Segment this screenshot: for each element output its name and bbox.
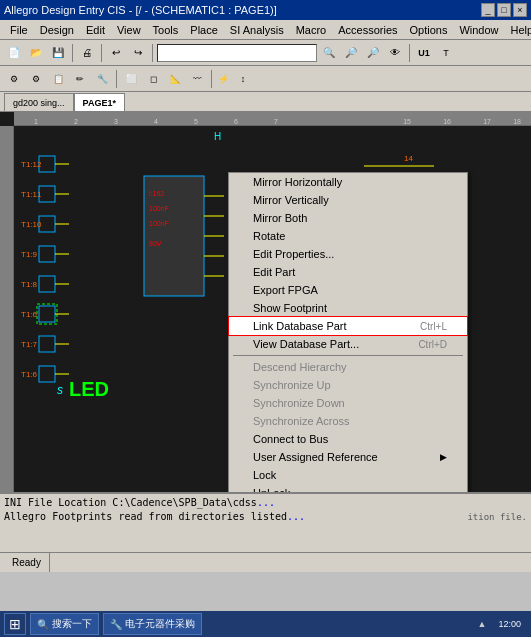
svg-text:H: H <box>214 131 221 142</box>
bottom-panel: INI File Location C:\Cadence\SPB_Data\cd… <box>0 492 531 552</box>
tool-1[interactable]: U1 <box>414 43 434 63</box>
tb2-btn9[interactable]: 〰 <box>187 69 207 89</box>
title-bar-buttons: _ □ × <box>481 3 527 17</box>
view-button[interactable]: 👁 <box>385 43 405 63</box>
bottom-line-2: Allegro Footprints read from directories… <box>4 510 527 524</box>
ctx-unlock[interactable]: UnLock <box>229 484 467 492</box>
tb2-btn7[interactable]: ◻ <box>143 69 163 89</box>
menu-macro[interactable]: Macro <box>290 22 333 38</box>
tb2-btn10[interactable]: ↕ <box>233 69 253 89</box>
tab-page1[interactable]: PAGE1* <box>74 93 125 111</box>
tb2-btn5[interactable]: 🔧 <box>92 69 112 89</box>
svg-text:T1:12: T1:12 <box>21 160 42 169</box>
footprint-link[interactable]: ... <box>287 511 305 522</box>
open-button[interactable]: 📂 <box>26 43 46 63</box>
svg-text:T1:10: T1:10 <box>21 220 42 229</box>
tool-2[interactable]: T <box>436 43 456 63</box>
maximize-button[interactable]: □ <box>497 3 511 17</box>
svg-text:100nF: 100nF <box>149 220 169 227</box>
menu-accessories[interactable]: Accessories <box>332 22 403 38</box>
ctx-link-database[interactable]: Link Database Part Ctrl+L <box>229 317 467 335</box>
search-input[interactable] <box>157 44 317 62</box>
menu-options[interactable]: Options <box>404 22 454 38</box>
menu-si-analysis[interactable]: SI Analysis <box>224 22 290 38</box>
svg-text:T1:11: T1:11 <box>21 190 42 199</box>
tb2-btn6[interactable]: ⬜ <box>121 69 141 89</box>
ctx-view-database[interactable]: View Database Part... Ctrl+D <box>229 335 467 353</box>
app-icon: 🔧 <box>110 619 122 630</box>
svg-text:T1:6: T1:6 <box>21 370 38 379</box>
toolbar-2: ⚙ ⚙ 📋 ✏ 🔧 ⬜ ◻ 📐 〰 ⚡ ↕ <box>0 66 531 92</box>
menu-window[interactable]: Window <box>453 22 504 38</box>
ctx-mirror-both[interactable]: Mirror Both <box>229 209 467 227</box>
taskbar-search[interactable]: 🔍 搜索一下 <box>30 613 99 635</box>
status-ready: Ready <box>4 553 50 572</box>
title-bar: Allegro Design Entry CIS - [/ - (SCHEMAT… <box>0 0 531 20</box>
bottom-line-1: INI File Location C:\Cadence\SPB_Data\cd… <box>4 496 527 510</box>
menu-edit[interactable]: Edit <box>80 22 111 38</box>
ctx-user-ref[interactable]: User Assigned Reference ▶ <box>229 448 467 466</box>
taskbar-tray[interactable]: ▲ <box>474 613 491 635</box>
taskbar-right: ▲ 12:00 <box>474 613 527 635</box>
separator-3 <box>152 44 153 62</box>
menu-design[interactable]: Design <box>34 22 80 38</box>
svg-text:80V: 80V <box>149 240 162 247</box>
ruler-vertical <box>0 126 14 492</box>
new-button[interactable]: 📄 <box>4 43 24 63</box>
print-button[interactable]: 🖨 <box>77 43 97 63</box>
svg-text:T1:9: T1:9 <box>21 250 38 259</box>
undo-button[interactable]: ↩ <box>106 43 126 63</box>
redo-button[interactable]: ↪ <box>128 43 148 63</box>
menu-place[interactable]: Place <box>184 22 224 38</box>
tb2-btn2[interactable]: ⚙ <box>26 69 46 89</box>
svg-text:l:162: l:162 <box>149 190 164 197</box>
svg-text:T1:7: T1:7 <box>21 340 38 349</box>
ctx-show-footprint[interactable]: Show Footprint <box>229 299 467 317</box>
start-button[interactable]: ⊞ <box>4 613 26 635</box>
ctx-sync-down: Synchronize Down <box>229 394 467 412</box>
ctx-edit-part[interactable]: Edit Part <box>229 263 467 281</box>
separator-4 <box>409 44 410 62</box>
ctx-export-fpga[interactable]: Export FPGA <box>229 281 467 299</box>
ctx-rotate[interactable]: Rotate <box>229 227 467 245</box>
minimize-button[interactable]: _ <box>481 3 495 17</box>
taskbar-clock: 12:00 <box>492 613 527 635</box>
taskbar: ⊞ 🔍 搜索一下 🔧 电子元器件采购 ▲ 12:00 <box>0 611 531 637</box>
ctx-mirror-h[interactable]: Mirror Horizontally <box>229 173 467 191</box>
menu-tools[interactable]: Tools <box>147 22 185 38</box>
tb2-btn1[interactable]: ⚙ <box>4 69 24 89</box>
separator-2 <box>101 44 102 62</box>
tb2-btn4[interactable]: ✏ <box>70 69 90 89</box>
ctx-sync-up: Synchronize Up <box>229 376 467 394</box>
ruler-horizontal: 1 2 3 4 5 6 7 15 16 17 18 <box>14 112 531 126</box>
zoom-in-button[interactable]: 🔎 <box>341 43 361 63</box>
ctx-connect-bus[interactable]: Connect to Bus <box>229 430 467 448</box>
zoom-out-button[interactable]: 🔎 <box>363 43 383 63</box>
svg-text:LED: LED <box>69 378 109 400</box>
save-button[interactable]: 💾 <box>48 43 68 63</box>
tb2-sep1 <box>116 70 117 88</box>
ctx-mirror-v[interactable]: Mirror Vertically <box>229 191 467 209</box>
svg-text:100nF: 100nF <box>149 205 169 212</box>
ctx-sep-1 <box>233 355 463 356</box>
tb2-btn8[interactable]: 📐 <box>165 69 185 89</box>
schematic-area: 1 2 3 4 5 6 7 15 16 17 18 T1:12 T1:11 <box>0 112 531 492</box>
svg-text:14: 14 <box>404 154 413 163</box>
ctx-lock[interactable]: Lock <box>229 466 467 484</box>
close-button[interactable]: × <box>513 3 527 17</box>
svg-text:T1:6: T1:6 <box>21 310 38 319</box>
search-button[interactable]: 🔍 <box>319 43 339 63</box>
context-menu: Mirror Horizontally Mirror Vertically Mi… <box>228 172 468 492</box>
menu-view[interactable]: View <box>111 22 147 38</box>
tb2-btn3[interactable]: 📋 <box>48 69 68 89</box>
ctx-descend: Descend Hierarchy <box>229 358 467 376</box>
tab-gd200[interactable]: gd200 sing... <box>4 93 74 111</box>
menu-file[interactable]: File <box>4 22 34 38</box>
title-bar-text: Allegro Design Entry CIS - [/ - (SCHEMAT… <box>4 4 481 16</box>
ini-link[interactable]: ... <box>257 497 275 508</box>
taskbar-app[interactable]: 🔧 电子元器件采购 <box>103 613 202 635</box>
menu-help[interactable]: Help <box>505 22 531 38</box>
toolbar-1: 📄 📂 💾 🖨 ↩ ↪ 🔍 🔎 🔎 👁 U1 T <box>0 40 531 66</box>
ctx-edit-props[interactable]: Edit Properties... <box>229 245 467 263</box>
svg-text:T1:8: T1:8 <box>21 280 38 289</box>
